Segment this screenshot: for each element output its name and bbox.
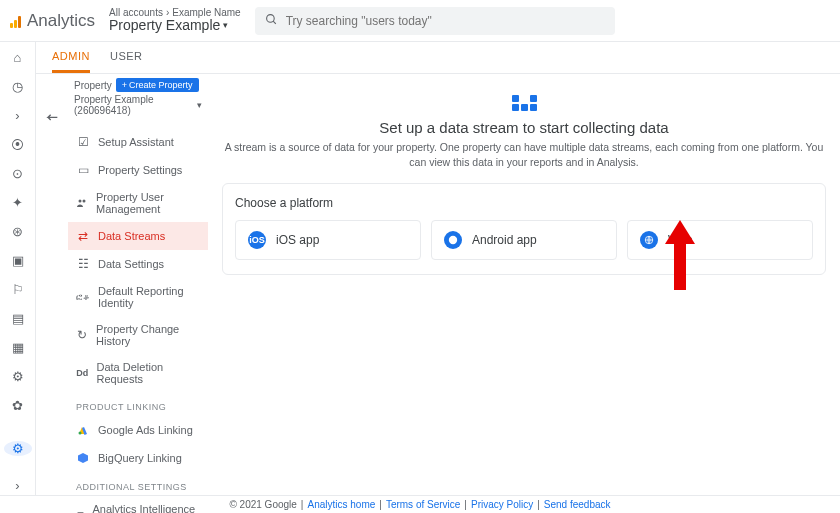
svg-point-0 — [266, 14, 274, 22]
app-logo[interactable]: Analytics — [10, 11, 95, 31]
svg-marker-5 — [78, 453, 88, 463]
crumb-property-name: Property Example — [109, 18, 220, 33]
hero-title: Set up a data stream to start collecting… — [222, 119, 826, 136]
bigquery-icon — [76, 451, 90, 465]
flash-icon[interactable]: ✦ — [10, 195, 26, 210]
footer-link-tos[interactable]: Terms of Service — [386, 499, 460, 510]
create-property-button[interactable]: + Create Property — [116, 78, 199, 92]
people-icon — [76, 196, 88, 210]
expand-rail-icon[interactable]: › — [10, 478, 26, 493]
platform-android-button[interactable]: Android app — [431, 220, 617, 260]
nav-reporting-identity[interactable]: ፎቆDefault Reporting Identity — [68, 278, 208, 316]
footer-link-privacy[interactable]: Privacy Policy — [471, 499, 533, 510]
check-icon: ☑ — [76, 135, 90, 149]
flag-icon[interactable]: ⚐ — [10, 282, 26, 297]
settings-box-icon: ▭ — [76, 163, 90, 177]
app-header: Analytics All accounts › Example Name Pr… — [0, 0, 840, 42]
account-property-picker[interactable]: All accounts › Example Name Property Exa… — [109, 7, 241, 33]
delete-icon: Dd — [76, 366, 88, 380]
home-icon[interactable]: ⌂ — [10, 50, 26, 65]
config-icon[interactable]: ⚙ — [10, 369, 26, 384]
nav-change-history[interactable]: ↻Property Change History — [68, 316, 208, 354]
admin-gear-icon[interactable]: ⚙ — [4, 441, 32, 456]
admin-tabs: ADMIN USER — [36, 42, 840, 74]
svg-line-1 — [273, 21, 276, 24]
footer-copyright: © 2021 Google — [229, 499, 296, 510]
platform-web-button[interactable]: Web — [627, 220, 813, 260]
hero: Set up a data stream to start collecting… — [222, 82, 826, 183]
svg-point-2 — [79, 200, 82, 203]
web-icon — [640, 231, 658, 249]
caret-down-icon: ▾ — [223, 21, 228, 31]
google-ads-icon — [76, 423, 90, 437]
footer-link-home[interactable]: Analytics home — [307, 499, 375, 510]
choose-platform-title: Choose a platform — [235, 196, 813, 210]
search-input[interactable] — [286, 14, 605, 28]
platform-card: Choose a platform iOS iOS app Android ap… — [222, 183, 826, 275]
history-icon: ↻ — [76, 328, 88, 342]
search-icon — [265, 13, 278, 29]
nav-data-streams[interactable]: ⇄Data Streams — [68, 222, 208, 250]
tag-icon[interactable]: ⦿ — [10, 137, 26, 152]
svg-point-6 — [449, 236, 457, 244]
property-label: Property — [74, 80, 112, 91]
footer-link-feedback[interactable]: Send feedback — [544, 499, 611, 510]
main-content: Set up a data stream to start collecting… — [208, 74, 840, 495]
property-column: Property + Create Property Property Exam… — [68, 74, 208, 495]
identity-icon: ፎቆ — [76, 290, 90, 304]
explore-icon[interactable]: ▣ — [10, 253, 26, 268]
svg-point-3 — [83, 200, 86, 203]
library-icon[interactable]: ▤ — [10, 311, 26, 326]
analytics-logo-icon — [10, 14, 21, 28]
tab-user[interactable]: USER — [110, 42, 143, 73]
dollar-icon[interactable]: ⊙ — [10, 166, 26, 181]
globe-icon[interactable]: ⊛ — [10, 224, 26, 239]
caret-down-icon: ▾ — [197, 100, 202, 110]
nav-setup-assistant[interactable]: ☑Setup Assistant — [68, 128, 208, 156]
plus-icon: + — [122, 80, 127, 90]
stream-icon: ⇄ — [76, 229, 90, 243]
tab-admin[interactable]: ADMIN — [52, 42, 90, 73]
property-selector[interactable]: Property Example (260696418) ▾ — [68, 94, 208, 122]
footer: © 2021 Google | Analytics home | Terms o… — [0, 495, 840, 513]
back-arrow-icon[interactable] — [44, 110, 60, 495]
nav-bigquery-linking[interactable]: BigQuery Linking — [68, 444, 208, 472]
data-stream-icon — [512, 95, 537, 111]
ios-icon: iOS — [248, 231, 266, 249]
section-product-linking: PRODUCT LINKING — [68, 392, 208, 416]
nav-deletion-requests[interactable]: DdData Deletion Requests — [68, 354, 208, 392]
nav-property-settings[interactable]: ▭Property Settings — [68, 156, 208, 184]
section-additional-settings: ADDITIONAL SETTINGS — [68, 472, 208, 496]
brand-name: Analytics — [27, 11, 95, 31]
grid-icon[interactable]: ▦ — [10, 340, 26, 355]
android-icon — [444, 231, 462, 249]
chevron-right-icon[interactable]: › — [10, 108, 26, 123]
nav-data-settings[interactable]: ☷Data Settings — [68, 250, 208, 278]
search-bar[interactable] — [255, 7, 615, 35]
database-icon: ☷ — [76, 257, 90, 271]
left-nav-rail: ⌂ ◷ › ⦿ ⊙ ✦ ⊛ ▣ ⚐ ▤ ▦ ⚙ ✿ ⚙ › — [0, 42, 36, 495]
nav-user-management[interactable]: Property User Management — [68, 184, 208, 222]
platform-ios-button[interactable]: iOS iOS app — [235, 220, 421, 260]
svg-point-4 — [79, 432, 82, 435]
clock-icon[interactable]: ◷ — [10, 79, 26, 94]
settings-icon[interactable]: ✿ — [10, 398, 26, 413]
hero-subtitle: A stream is a source of data for your pr… — [222, 140, 826, 169]
nav-ads-linking[interactable]: Google Ads Linking — [68, 416, 208, 444]
